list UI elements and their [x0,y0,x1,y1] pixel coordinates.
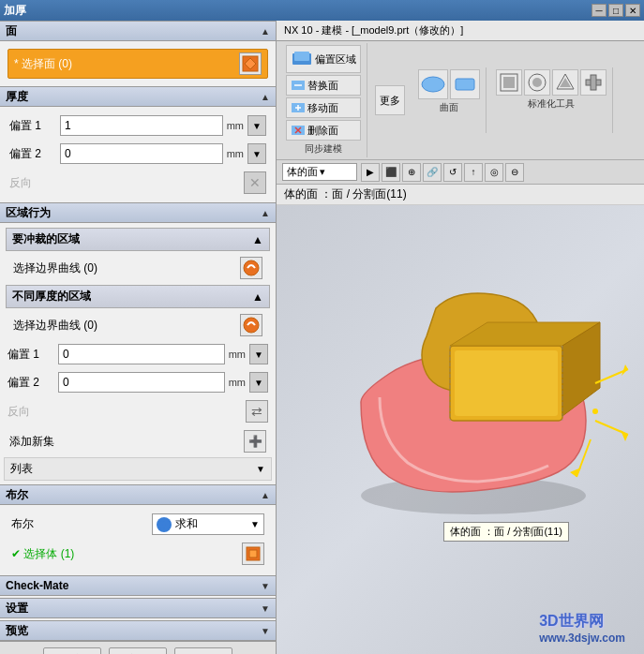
svg-rect-16 [503,77,515,88]
more-group: 更多 [371,82,409,119]
filter-btn7[interactable]: ◎ [485,163,503,182]
more-btn[interactable]: 更多 [375,85,405,115]
filter-btn4[interactable]: 🔗 [423,163,442,182]
minimize-button[interactable]: ─ [592,4,607,17]
more-label: 更多 [380,94,400,108]
watermark: 3D世界网 www.3dsjw.com [539,612,625,645]
offset1-unit: mm [227,120,244,131]
delete-face-btn[interactable]: 删除面 [286,120,361,141]
add-set-btn[interactable]: ➕ [244,430,266,453]
preview-section[interactable]: 预览 ▼ [0,620,276,641]
sync-modeling-group: 偏置区域 替换面 移动面 删除面 [280,43,367,157]
close-button[interactable]: ✕ [625,4,640,17]
checkmate-label: Check-Mate [6,579,68,592]
std-btn4[interactable] [580,69,607,96]
move-face-btn[interactable]: 移动面 [286,97,361,118]
face-select-icon[interactable] [239,52,262,75]
trim-sub-header[interactable]: 要冲裁的区域 ▲ [6,228,270,251]
add-set-label: 添加新集 [9,434,54,450]
select-body-label: ✔ 选择体 (1) [11,546,74,562]
filter-btn8[interactable]: ⊖ [505,163,524,182]
select-body-row: ✔ 选择体 (1) [6,540,270,568]
surface-btn2[interactable] [450,69,480,99]
reverse-btn[interactable]: ✕ [244,171,266,194]
diff-offset1-btn[interactable]: ▼ [249,344,268,364]
body-icon[interactable] [242,543,264,565]
svg-point-32 [592,409,598,414]
std-btn3[interactable] [552,69,578,96]
svg-point-18 [532,78,542,87]
cancel-button[interactable]: 取消 [174,647,232,654]
offset-region-label: 偏置区域 [315,52,356,67]
list-row[interactable]: 列表 ▼ [4,457,272,481]
std-tools-label: 标准化工具 [528,97,575,111]
region-section-arrow: ▲ [261,208,270,218]
filter-arrow: ▾ [320,166,325,178]
move-face-label: 移动面 [307,101,338,115]
confirm-button[interactable]: 确定 [43,647,101,654]
offset-region-btn[interactable]: 偏置区域 [286,45,361,73]
trim-sub-arrow: ▲ [252,233,263,246]
region-section-header[interactable]: 区域行为 ▲ [0,202,276,223]
svg-rect-25 [455,350,558,416]
diff-reverse-row: 反向 ⇄ [4,397,272,425]
checkmate-section[interactable]: Check-Mate ▼ [0,575,276,596]
filter-btn2[interactable]: ⬛ [382,163,400,182]
trim-curve-label: 选择边界曲线 (0) [13,260,97,276]
surface-group: 曲面 [412,67,487,133]
offset2-input[interactable] [60,143,223,164]
diff-offset1-row: 偏置 1 mm ▼ [4,341,272,367]
face-section-content: * 选择面 (0) [0,41,276,86]
surface-label: 曲面 [440,101,458,114]
bool-select-text: 求和 [175,516,250,532]
replace-face-btn[interactable]: 替换面 [286,75,361,96]
preview-label: 预览 [6,623,28,639]
std-btn1[interactable] [496,69,522,96]
reverse-label: 反向 [9,175,32,191]
bool-select[interactable]: 求和 ▼ [152,513,264,535]
svg-point-2 [244,260,259,275]
maximize-button[interactable]: □ [608,4,623,17]
diff-sub-header[interactable]: 不同厚度的区域 ▲ [6,285,270,308]
svg-rect-22 [591,75,596,90]
trim-curve-icon[interactable] [240,257,262,279]
filter-btn3[interactable]: ⊕ [402,163,421,182]
std-btn2[interactable] [524,69,550,96]
face-section-header[interactable]: 面 ▲ [0,21,276,41]
offset2-label: 偏置 2 [9,146,56,162]
region-content: 要冲裁的区域 ▲ 选择边界曲线 (0) 不同厚度的区域 ▲ 选择边界曲线 (0) [0,223,276,484]
filter-btn1[interactable]: ▶ [361,163,380,182]
watermark-url: www.3dsjw.com [539,632,625,645]
offset1-btn[interactable]: ▼ [247,115,266,136]
diff-curve-icon[interactable] [240,314,262,336]
diff-reverse-btn[interactable]: ⇄ [246,400,268,423]
offset2-unit: mm [227,148,244,159]
diff-offset2-btn[interactable]: ▼ [249,372,268,393]
thickness-section-header[interactable]: 厚度 ▲ [0,86,276,107]
filter-select[interactable]: 体的面 ▾ [282,163,357,181]
face-select-row: * 选择面 (0) [7,49,268,79]
trim-curve-row: 选择边界曲线 (0) [7,254,268,282]
diff-offset2-input[interactable] [58,372,225,393]
reverse-row: 反向 ✕ [6,169,270,197]
filter-btn6[interactable]: ↑ [464,163,483,182]
settings-section[interactable]: 设置 ▼ [0,598,276,618]
svg-point-3 [244,318,259,333]
checkmate-arrow: ▼ [261,581,270,591]
std-btns [496,69,607,96]
apply-button[interactable]: 应用 [109,647,167,654]
filter-btn5[interactable]: ↺ [443,163,462,182]
svg-marker-27 [622,364,628,376]
face-section-label: 面 [6,23,17,39]
diff-offset1-input[interactable] [58,344,225,364]
watermark-3d: 3D世界网 [539,612,625,632]
surface-btn1[interactable] [418,69,448,99]
diff-curve-row: 选择边界曲线 (0) [7,311,268,339]
offset1-input[interactable] [60,115,223,136]
thickness-section-arrow: ▲ [261,92,270,102]
delete-face-label: 删除面 [307,124,338,138]
viewport[interactable]: 体的面 ：面 / 分割面(11) 3D世界网 www.3dsjw.com [277,205,644,654]
offset2-btn[interactable]: ▼ [247,143,266,164]
bool-section-header[interactable]: 布尔 ▲ [0,484,276,505]
preview-arrow: ▼ [261,626,270,636]
